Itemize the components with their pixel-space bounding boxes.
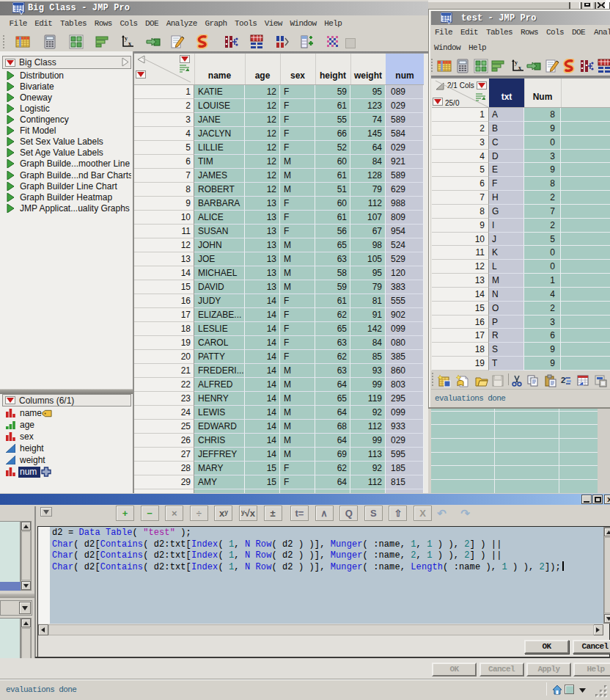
svg-text:2: 2: [561, 376, 565, 384]
svg-text:y: y: [515, 59, 518, 66]
svg-text:x: x: [518, 65, 521, 71]
svg-text:y: y: [125, 35, 128, 42]
svg-text:x: x: [128, 40, 131, 47]
